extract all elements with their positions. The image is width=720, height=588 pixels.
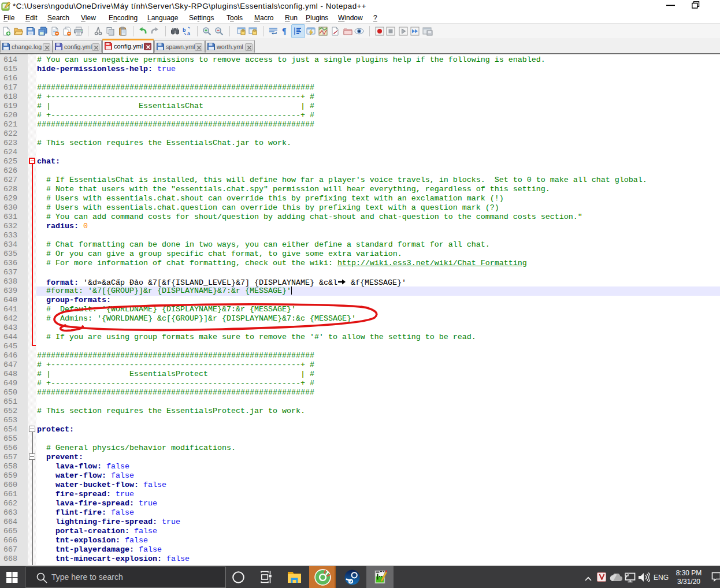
svg-text:¶: ¶ (282, 27, 287, 36)
svg-text:b: b (183, 27, 186, 33)
svg-text:a: a (187, 31, 191, 36)
